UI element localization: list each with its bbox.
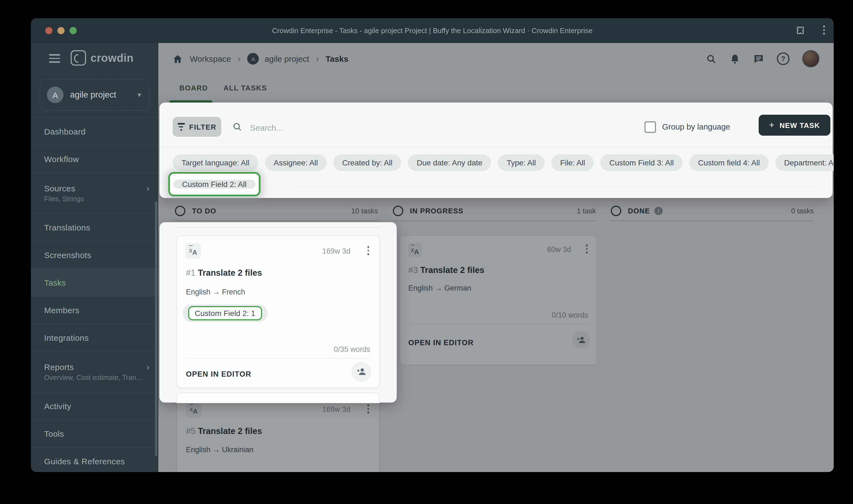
filter-button[interactable]: FILTER xyxy=(173,117,221,137)
filter-panel-spotlight: FILTER Group by language + NEW TASK Targ xyxy=(159,103,833,198)
sidebar-menu: Dashboard Workflow Sources› Files, Strin… xyxy=(31,118,158,472)
sidebar: crowdin A agile project ▼ Dashboard Work… xyxy=(31,43,158,472)
app-body: crowdin A agile project ▼ Dashboard Work… xyxy=(31,43,834,472)
new-task-button[interactable]: + NEW TASK xyxy=(759,115,830,136)
task-card-spotlight: xA 169w 3d #1 Translate 2 files English … xyxy=(159,222,397,402)
next-card-top-edge xyxy=(177,393,380,403)
filter-chip-created-by[interactable]: Created by: All xyxy=(333,155,401,171)
task-languages: English → French xyxy=(186,288,245,296)
sidebar-scrollbar[interactable] xyxy=(155,201,157,456)
extensions-icon[interactable] xyxy=(795,25,806,36)
project-selector[interactable]: A agile project ▼ xyxy=(40,79,150,111)
filter-chip-department[interactable]: Department: All xyxy=(775,155,834,171)
card-menu-icon[interactable] xyxy=(367,246,369,255)
plus-icon: + xyxy=(769,120,774,130)
crowdin-logo[interactable]: crowdin xyxy=(71,50,134,66)
project-avatar: A xyxy=(47,87,64,103)
group-by-language-label: Group by language xyxy=(662,122,730,131)
sidebar-item-integrations[interactable]: Integrations xyxy=(31,324,158,351)
chevron-right-icon: › xyxy=(146,184,150,193)
sidebar-item-activity[interactable]: Activity xyxy=(31,392,158,420)
filter-chip-custom-field-4[interactable]: Custom field 4: All xyxy=(689,155,769,171)
browser-menu-icon[interactable] xyxy=(823,25,825,34)
sidebar-item-tasks[interactable]: Tasks xyxy=(31,269,158,296)
sidebar-item-dashboard[interactable]: Dashboard xyxy=(31,118,158,145)
chevron-down-icon: ▼ xyxy=(136,92,142,98)
assign-user-button[interactable] xyxy=(351,362,371,382)
chips-row-divider xyxy=(297,186,820,187)
tour-highlight-badge: Custom Field 2: 1 xyxy=(182,304,267,322)
open-in-editor-link[interactable]: OPEN IN EDITOR xyxy=(186,370,251,378)
project-name: agile project xyxy=(70,90,130,100)
tour-highlight-ring: Custom Field 2: All xyxy=(168,172,260,196)
filter-chip-assignee[interactable]: Assignee: All xyxy=(265,155,327,171)
filter-chip-file[interactable]: File: All xyxy=(551,155,594,171)
crowdin-logo-text: crowdin xyxy=(90,52,134,64)
main-content: Workspace › A agile project › Tasks ? xyxy=(158,43,834,472)
column-divider xyxy=(175,227,381,228)
sidebar-item-reports[interactable]: Reports› Overview, Cost estimate, Tran..… xyxy=(31,351,158,392)
filter-chip-target-language[interactable]: Target language: All xyxy=(173,155,258,171)
sidebar-item-members[interactable]: Members xyxy=(31,296,158,324)
task-search-input[interactable] xyxy=(249,117,461,138)
sidebar-item-tools[interactable]: Tools xyxy=(31,420,158,447)
sidebar-header: crowdin xyxy=(31,43,158,74)
sidebar-item-workflow[interactable]: Workflow xyxy=(31,145,158,173)
task-title[interactable]: #1 Translate 2 files xyxy=(186,268,262,278)
toolbar-divider xyxy=(159,147,833,147)
browser-window: Crowdin Enterprise - Tasks - agile proje… xyxy=(31,18,834,472)
filter-chip-type[interactable]: Type: All xyxy=(498,155,545,171)
group-by-language-checkbox[interactable] xyxy=(644,121,656,132)
card-divider xyxy=(186,358,370,358)
filter-funnel-icon xyxy=(178,123,185,131)
screenshot-stage: Crowdin Enterprise - Tasks - agile proje… xyxy=(0,0,853,504)
task-words: 0/35 words xyxy=(334,345,370,354)
search-icon xyxy=(232,122,242,132)
crowdin-logo-icon xyxy=(71,50,86,66)
custom-field-badge: Custom Field 2: 1 xyxy=(188,306,262,320)
sidebar-item-sources[interactable]: Sources› Files, Strings xyxy=(31,173,158,213)
group-by-language-control[interactable]: Group by language xyxy=(644,119,730,135)
titlebar: Crowdin Enterprise - Tasks - agile proje… xyxy=(31,18,834,43)
chevron-right-icon: › xyxy=(146,362,150,372)
translate-task-icon: xA xyxy=(186,243,201,258)
task-age: 169w 3d xyxy=(322,247,350,255)
filter-chip-due-date[interactable]: Due date: Any date xyxy=(408,155,491,171)
filter-chip-custom-field-2[interactable]: Custom Field 2: All xyxy=(173,180,255,188)
filter-chip-custom-field-3[interactable]: Custom Field 3: All xyxy=(600,155,682,171)
sidebar-item-guides[interactable]: Guides & References xyxy=(31,447,158,472)
filter-chips-row: Target language: All Assignee: All Creat… xyxy=(173,155,834,171)
hamburger-menu-icon[interactable] xyxy=(49,54,60,62)
sidebar-item-screenshots[interactable]: Screenshots xyxy=(31,241,158,269)
sidebar-item-translations[interactable]: Translations xyxy=(31,213,158,241)
task-card-1[interactable]: xA 169w 3d #1 Translate 2 files English … xyxy=(177,235,380,388)
window-title: Crowdin Enterprise - Tasks - agile proje… xyxy=(31,18,834,43)
